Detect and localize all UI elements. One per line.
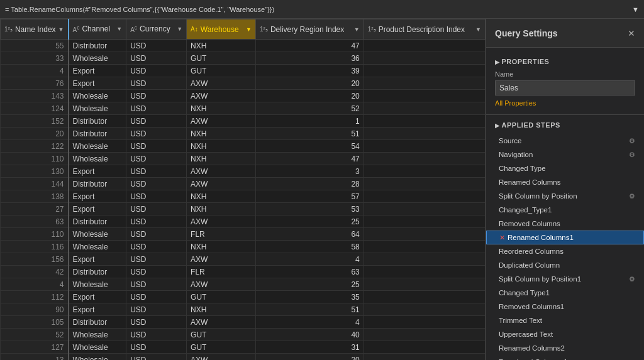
query-settings-title: Query Settings	[495, 28, 558, 38]
cell-row15-col1: Wholesale	[69, 228, 126, 241]
cell-row3-col0: 76	[1, 77, 69, 90]
step-gear-icon-4[interactable]: ⚙	[629, 192, 635, 200]
col-label-delivery: Delivery Region Index	[270, 25, 344, 34]
step-renamed-columns[interactable]: Renamed Columns	[486, 175, 644, 189]
step-changed-type1[interactable]: Changed Type1	[486, 286, 644, 300]
cell-row19-col0: 4	[1, 278, 69, 291]
step-renamed-columns1[interactable]: ✕Renamed Columns1	[486, 231, 644, 244]
cell-row16-col2: USD	[126, 241, 187, 253]
step-navigation[interactable]: Navigation⚙	[486, 148, 644, 161]
step-label-8: Reordered Columns	[499, 248, 635, 255]
cell-row13-col5	[364, 203, 485, 215]
cell-row25-col2: USD	[126, 354, 187, 361]
col-header-currency[interactable]: Ac Currency ▼	[126, 19, 187, 40]
name-index-dropdown-icon[interactable]: ▼	[58, 26, 64, 33]
cell-row19-col2: USD	[126, 278, 187, 291]
cell-row6-col5	[364, 115, 485, 128]
cell-row5-col3: NXH	[187, 102, 256, 115]
cell-row6-col2: USD	[126, 115, 187, 128]
cell-row5-col5	[364, 102, 485, 115]
col-header-delivery[interactable]: 1²₃ Delivery Region Index ▼	[255, 19, 364, 40]
cell-row11-col4: 28	[255, 178, 364, 190]
col-label-channel: Channel	[82, 25, 110, 33]
cell-row2-col4: 39	[255, 65, 364, 77]
product-dropdown-icon[interactable]: ▼	[475, 26, 481, 33]
delivery-dropdown-icon[interactable]: ▼	[354, 26, 360, 33]
cell-row17-col4: 4	[255, 253, 364, 266]
cell-row24-col4: 31	[255, 341, 364, 354]
table-scroll[interactable]: 1²₃ Name Index ▼ Ac Channel ▼	[0, 19, 486, 360]
cell-row17-col2: USD	[126, 253, 187, 266]
col-header-channel[interactable]: Ac Channel ▼	[69, 19, 126, 40]
step-label-12: Removed Columns1	[499, 303, 635, 310]
cell-row12-col4: 57	[255, 190, 364, 203]
cell-row17-col1: Export	[69, 253, 126, 266]
step-renamed-columns2[interactable]: Renamed Columns2	[486, 341, 644, 355]
cell-row23-col3: GUT	[187, 329, 256, 341]
step-gear-icon-1[interactable]: ⚙	[629, 151, 635, 159]
cell-row7-col4: 51	[255, 128, 364, 140]
step-changed-type[interactable]: Changed Type	[486, 161, 644, 175]
step-label-1: Navigation	[499, 151, 626, 158]
step-label-2: Changed Type	[499, 165, 635, 172]
step-label-11: Changed Type1	[499, 289, 635, 297]
cell-row12-col2: USD	[126, 190, 187, 203]
query-name-input[interactable]	[495, 80, 635, 95]
query-settings-panel: Query Settings ✕ PROPERTIES Name All Pro…	[486, 19, 644, 360]
cell-row1-col0: 33	[1, 52, 69, 65]
cell-row4-col2: USD	[126, 90, 187, 102]
cell-row11-col0: 144	[1, 178, 69, 190]
cell-row3-col3: AXW	[187, 77, 256, 90]
table-row: 27ExportUSDNXH53	[1, 203, 486, 215]
cell-row10-col0: 130	[1, 165, 69, 178]
cell-row4-col4: 20	[255, 90, 364, 102]
formula-dropdown-icon[interactable]: ▼	[632, 6, 639, 13]
step-trimmed-text[interactable]: Trimmed Text	[486, 314, 644, 327]
cell-row25-col0: 13	[1, 354, 69, 361]
cell-row2-col1: Export	[69, 65, 126, 77]
step-gear-icon-10[interactable]: ⚙	[629, 275, 635, 283]
step-removed-columns1[interactable]: Removed Columns1	[486, 300, 644, 314]
query-settings-body: PROPERTIES Name All Properties APPLIED S…	[486, 48, 644, 360]
step-reordered-columns1[interactable]: Reordered Columns1	[486, 355, 644, 360]
cell-row17-col5	[364, 253, 485, 266]
close-button[interactable]: ✕	[628, 28, 635, 38]
cell-row6-col0: 152	[1, 115, 69, 128]
cell-row2-col2: USD	[126, 65, 187, 77]
cell-row1-col5	[364, 52, 485, 65]
col-header-warehouse[interactable]: A↕ Warehouse ▼	[187, 19, 256, 40]
table-row: 124WholesaleUSDNXH52	[1, 102, 486, 115]
cell-row3-col2: USD	[126, 77, 187, 90]
cell-row1-col3: GUT	[187, 52, 256, 65]
step-split-column-by-position1[interactable]: Split Column by Position1⚙	[486, 272, 644, 286]
step-gear-icon-0[interactable]: ⚙	[629, 137, 635, 145]
col-label-name-index: Name Index	[15, 25, 56, 34]
cell-row21-col4: 51	[255, 303, 364, 316]
cell-row0-col0: 55	[1, 40, 69, 52]
cell-row6-col4: 1	[255, 115, 364, 128]
cell-row18-col1: Distributor	[69, 266, 126, 278]
cell-row15-col0: 110	[1, 228, 69, 241]
cell-row23-col2: USD	[126, 329, 187, 341]
table-row: 130ExportUSDAXW3	[1, 165, 486, 178]
step-source[interactable]: Source⚙	[486, 134, 644, 148]
currency-dropdown-icon[interactable]: ▼	[177, 26, 182, 32]
step-removed-columns[interactable]: Removed Columns	[486, 217, 644, 231]
step-duplicated-column[interactable]: Duplicated Column	[486, 258, 644, 272]
warehouse-dropdown-icon[interactable]: ▼	[246, 26, 252, 33]
warehouse-type-icon: A↕	[191, 26, 198, 33]
cell-row16-col3: NXH	[187, 241, 256, 253]
step-uppercased-text[interactable]: Uppercased Text	[486, 327, 644, 341]
all-properties-link[interactable]: All Properties	[486, 98, 644, 112]
channel-dropdown-icon[interactable]: ▼	[116, 26, 122, 32]
delivery-type-icon: 1²₃	[260, 26, 268, 33]
table-area: 1²₃ Name Index ▼ Ac Channel ▼	[0, 19, 486, 360]
step-reordered-columns[interactable]: Reordered Columns	[486, 244, 644, 258]
cell-row13-col3: NXH	[187, 203, 256, 215]
col-label-product: Product Description Index	[379, 25, 465, 34]
col-header-name-index[interactable]: 1²₃ Name Index ▼	[1, 19, 69, 40]
step-changed_type1[interactable]: Changed_Type1	[486, 203, 644, 217]
cell-row11-col2: USD	[126, 178, 187, 190]
step-split-column-by-position[interactable]: Split Column by Position⚙	[486, 189, 644, 203]
col-header-product[interactable]: 1²₃ Product Description Index ▼	[364, 19, 485, 40]
